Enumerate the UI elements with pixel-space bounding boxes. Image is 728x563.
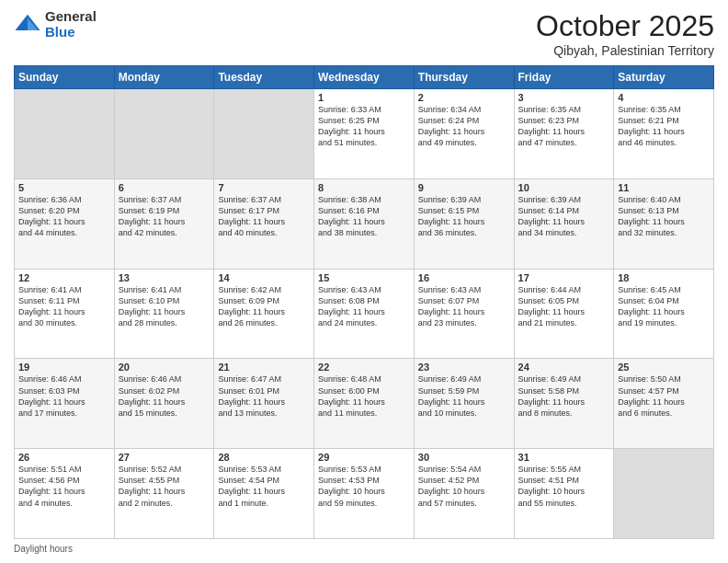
- calendar-header-thursday: Thursday: [414, 66, 514, 89]
- day-number: 7: [218, 182, 310, 193]
- calendar-cell: 5Sunrise: 6:36 AM Sunset: 6:20 PM Daylig…: [15, 178, 115, 269]
- calendar-header-friday: Friday: [514, 66, 614, 89]
- calendar-cell: 10Sunrise: 6:39 AM Sunset: 6:14 PM Dayli…: [514, 178, 614, 269]
- day-info: Sunrise: 6:43 AM Sunset: 6:07 PM Dayligh…: [418, 284, 510, 329]
- day-number: 13: [119, 272, 210, 283]
- day-number: 8: [318, 182, 410, 193]
- calendar-cell: 16Sunrise: 6:43 AM Sunset: 6:07 PM Dayli…: [414, 269, 514, 359]
- day-info: Sunrise: 6:41 AM Sunset: 6:11 PM Dayligh…: [18, 284, 110, 329]
- day-info: Sunrise: 5:53 AM Sunset: 4:53 PM Dayligh…: [318, 464, 410, 509]
- calendar-header-tuesday: Tuesday: [214, 66, 314, 89]
- day-number: 31: [518, 452, 610, 463]
- day-info: Sunrise: 6:35 AM Sunset: 6:21 PM Dayligh…: [618, 104, 710, 149]
- calendar-cell: 2Sunrise: 6:34 AM Sunset: 6:24 PM Daylig…: [414, 89, 514, 179]
- day-number: 24: [518, 362, 610, 373]
- calendar-cell: 30Sunrise: 5:54 AM Sunset: 4:52 PM Dayli…: [414, 449, 514, 539]
- day-info: Sunrise: 6:36 AM Sunset: 6:20 PM Dayligh…: [18, 194, 110, 239]
- day-number: 22: [318, 362, 410, 373]
- page: General Blue October 2025 Qibyah, Palest…: [0, 0, 728, 563]
- calendar-cell: 17Sunrise: 6:44 AM Sunset: 6:05 PM Dayli…: [514, 269, 614, 359]
- calendar-cell: [114, 89, 214, 179]
- logo-text: General Blue: [45, 9, 97, 40]
- day-info: Sunrise: 6:33 AM Sunset: 6:25 PM Dayligh…: [318, 104, 410, 149]
- calendar-cell: 9Sunrise: 6:39 AM Sunset: 6:15 PM Daylig…: [414, 178, 514, 269]
- logo-general: General: [45, 9, 97, 25]
- day-info: Sunrise: 6:42 AM Sunset: 6:09 PM Dayligh…: [218, 284, 310, 329]
- calendar-cell: [614, 449, 714, 539]
- calendar-week-row: 5Sunrise: 6:36 AM Sunset: 6:20 PM Daylig…: [15, 178, 714, 269]
- logo-icon: [14, 11, 41, 39]
- calendar-cell: 18Sunrise: 6:45 AM Sunset: 6:04 PM Dayli…: [614, 269, 714, 359]
- calendar-header-wednesday: Wednesday: [314, 66, 415, 89]
- calendar-cell: 19Sunrise: 6:46 AM Sunset: 6:03 PM Dayli…: [15, 359, 115, 449]
- calendar-cell: 29Sunrise: 5:53 AM Sunset: 4:53 PM Dayli…: [314, 449, 415, 539]
- calendar-header-saturday: Saturday: [614, 66, 714, 89]
- calendar-cell: 11Sunrise: 6:40 AM Sunset: 6:13 PM Dayli…: [614, 178, 714, 269]
- day-info: Sunrise: 5:55 AM Sunset: 4:51 PM Dayligh…: [518, 464, 610, 509]
- footer: Daylight hours: [14, 544, 714, 554]
- day-info: Sunrise: 5:53 AM Sunset: 4:54 PM Dayligh…: [218, 464, 310, 509]
- day-number: 6: [119, 182, 210, 193]
- day-number: 14: [218, 272, 310, 283]
- calendar-cell: 28Sunrise: 5:53 AM Sunset: 4:54 PM Dayli…: [214, 449, 314, 539]
- calendar-cell: 14Sunrise: 6:42 AM Sunset: 6:09 PM Dayli…: [214, 269, 314, 359]
- day-number: 12: [18, 272, 110, 283]
- calendar-header-sunday: Sunday: [15, 66, 115, 89]
- day-info: Sunrise: 6:48 AM Sunset: 6:00 PM Dayligh…: [318, 373, 410, 419]
- day-number: 21: [218, 362, 310, 373]
- day-info: Sunrise: 6:37 AM Sunset: 6:17 PM Dayligh…: [218, 194, 310, 239]
- calendar-week-row: 19Sunrise: 6:46 AM Sunset: 6:03 PM Dayli…: [15, 359, 714, 449]
- location: Qibyah, Palestinian Territory: [536, 43, 714, 58]
- day-number: 19: [18, 362, 110, 373]
- day-number: 15: [318, 272, 410, 283]
- calendar-cell: 21Sunrise: 6:47 AM Sunset: 6:01 PM Dayli…: [214, 359, 314, 449]
- logo-blue: Blue: [45, 25, 97, 40]
- day-number: 5: [18, 182, 110, 193]
- day-number: 18: [618, 272, 710, 283]
- header: General Blue October 2025 Qibyah, Palest…: [14, 9, 714, 58]
- day-info: Sunrise: 6:40 AM Sunset: 6:13 PM Dayligh…: [618, 194, 710, 239]
- calendar-cell: 27Sunrise: 5:52 AM Sunset: 4:55 PM Dayli…: [114, 449, 214, 539]
- day-number: 23: [418, 362, 510, 373]
- calendar-week-row: 12Sunrise: 6:41 AM Sunset: 6:11 PM Dayli…: [15, 269, 714, 359]
- day-number: 17: [518, 272, 610, 283]
- calendar-week-row: 26Sunrise: 5:51 AM Sunset: 4:56 PM Dayli…: [15, 449, 714, 539]
- day-info: Sunrise: 6:34 AM Sunset: 6:24 PM Dayligh…: [418, 104, 510, 149]
- day-info: Sunrise: 6:45 AM Sunset: 6:04 PM Dayligh…: [618, 284, 710, 329]
- day-number: 2: [418, 92, 510, 103]
- calendar-header-row: SundayMondayTuesdayWednesdayThursdayFrid…: [15, 66, 714, 89]
- calendar-cell: [15, 89, 115, 179]
- calendar-cell: 26Sunrise: 5:51 AM Sunset: 4:56 PM Dayli…: [15, 449, 115, 539]
- calendar-cell: 1Sunrise: 6:33 AM Sunset: 6:25 PM Daylig…: [314, 89, 415, 179]
- day-number: 3: [518, 92, 610, 103]
- day-number: 28: [218, 452, 310, 463]
- calendar-cell: 7Sunrise: 6:37 AM Sunset: 6:17 PM Daylig…: [214, 178, 314, 269]
- day-info: Sunrise: 6:49 AM Sunset: 5:58 PM Dayligh…: [518, 373, 610, 419]
- calendar-cell: 25Sunrise: 5:50 AM Sunset: 4:57 PM Dayli…: [614, 359, 714, 449]
- calendar-cell: 23Sunrise: 6:49 AM Sunset: 5:59 PM Dayli…: [414, 359, 514, 449]
- day-number: 9: [418, 182, 510, 193]
- calendar-cell: 24Sunrise: 6:49 AM Sunset: 5:58 PM Dayli…: [514, 359, 614, 449]
- day-info: Sunrise: 6:39 AM Sunset: 6:15 PM Dayligh…: [418, 194, 510, 239]
- day-info: Sunrise: 6:39 AM Sunset: 6:14 PM Dayligh…: [518, 194, 610, 239]
- day-info: Sunrise: 6:38 AM Sunset: 6:16 PM Dayligh…: [318, 194, 410, 239]
- calendar-table: SundayMondayTuesdayWednesdayThursdayFrid…: [14, 65, 714, 539]
- day-info: Sunrise: 6:35 AM Sunset: 6:23 PM Dayligh…: [518, 104, 610, 149]
- day-info: Sunrise: 6:49 AM Sunset: 5:59 PM Dayligh…: [418, 373, 510, 419]
- day-number: 30: [418, 452, 510, 463]
- day-info: Sunrise: 6:41 AM Sunset: 6:10 PM Dayligh…: [119, 284, 210, 329]
- calendar-cell: 6Sunrise: 6:37 AM Sunset: 6:19 PM Daylig…: [114, 178, 214, 269]
- day-number: 29: [318, 452, 410, 463]
- calendar-cell: 15Sunrise: 6:43 AM Sunset: 6:08 PM Dayli…: [314, 269, 415, 359]
- calendar-cell: [214, 89, 314, 179]
- calendar-cell: 4Sunrise: 6:35 AM Sunset: 6:21 PM Daylig…: [614, 89, 714, 179]
- day-number: 16: [418, 272, 510, 283]
- calendar-cell: 3Sunrise: 6:35 AM Sunset: 6:23 PM Daylig…: [514, 89, 614, 179]
- day-info: Sunrise: 5:51 AM Sunset: 4:56 PM Dayligh…: [18, 464, 110, 509]
- logo: General Blue: [14, 9, 97, 40]
- day-info: Sunrise: 5:50 AM Sunset: 4:57 PM Dayligh…: [618, 373, 710, 419]
- daylight-label: Daylight hours: [14, 544, 73, 554]
- day-number: 11: [618, 182, 710, 193]
- month-title: October 2025: [536, 9, 714, 43]
- day-number: 1: [318, 92, 410, 103]
